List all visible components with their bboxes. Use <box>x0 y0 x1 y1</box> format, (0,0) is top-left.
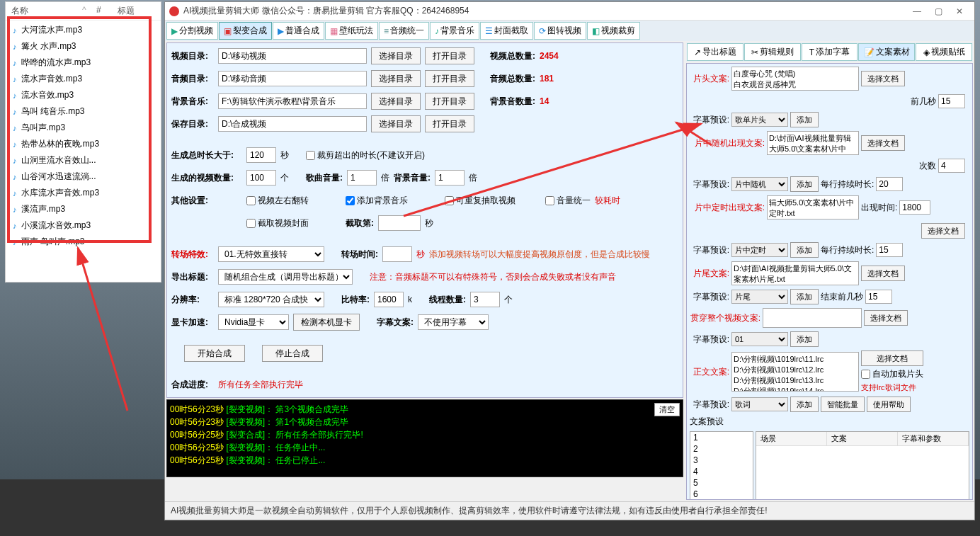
sp6-add-button[interactable]: 添加 <box>790 397 819 412</box>
sp5-add-button[interactable]: 添加 <box>790 331 819 347</box>
tab-7[interactable]: ⟳图转视频 <box>534 22 586 40</box>
list-item[interactable]: ♪大河流水声.mp3 <box>8 22 158 38</box>
sp2-select[interactable]: 片中随机 <box>731 177 788 191</box>
preset-list[interactable]: 123456 <box>690 431 753 500</box>
save-select-dir-button[interactable]: 选择目录 <box>371 115 421 132</box>
tab-1[interactable]: ▣裂变合成 <box>219 22 272 40</box>
bgm-dir-input[interactable] <box>218 93 367 109</box>
file-list[interactable]: ♪大河流水声.mp3♪篝火 水声.mp3♪哗哗的流水声.mp3♪流水声音效.mp… <box>6 21 161 251</box>
minimize-button[interactable]: — <box>906 4 928 18</box>
list-item[interactable]: ♪热带丛林的夜晚.mp3 <box>8 136 158 152</box>
list-item[interactable]: ♪山谷河水迅速流淌... <box>8 169 158 185</box>
repeat-checkbox[interactable]: 可重复抽取视频 <box>445 195 515 207</box>
video-open-dir-button[interactable]: 打开目录 <box>425 47 474 64</box>
clear-log-button[interactable]: 清空 <box>654 403 680 416</box>
tail-select-file-button[interactable]: 选择文档 <box>861 266 905 281</box>
timed-select-file-button[interactable]: 选择文档 <box>921 223 965 239</box>
end-input[interactable] <box>865 290 892 304</box>
bitrate-input[interactable] <box>374 292 404 307</box>
sp1-select[interactable]: 歌单片头 <box>731 113 788 127</box>
bgm-select-dir-button[interactable]: 选择目录 <box>371 93 421 110</box>
rtab-3[interactable]: 📝文案素材 <box>858 43 915 61</box>
list-item[interactable]: ♪鸟叫声.mp3 <box>8 120 158 136</box>
bgm-open-dir-button[interactable]: 打开目录 <box>425 93 474 110</box>
smart-batch-button[interactable]: 智能批量 <box>821 397 865 412</box>
list-item[interactable]: ♪鸟叫 纯音乐.mp3 <box>8 103 158 120</box>
maximize-button[interactable]: ▢ <box>928 4 949 18</box>
vol-uni-checkbox[interactable]: 音量统一 <box>545 195 591 207</box>
transition-time-input[interactable] <box>382 246 412 262</box>
sp3-add-button[interactable]: 添加 <box>790 242 819 258</box>
before-sec-input[interactable] <box>938 94 965 108</box>
audio-select-dir-button[interactable]: 选择目录 <box>371 70 421 87</box>
subtitle-select[interactable]: 不使用字幕 <box>418 314 489 330</box>
autoload-checkbox[interactable]: 自动加载片头 <box>861 368 923 380</box>
rand-select-file-button[interactable]: 选择文档 <box>861 135 905 151</box>
rtab-4[interactable]: ◈视频贴纸 <box>916 43 972 61</box>
sp5-select[interactable]: 01 <box>731 332 788 346</box>
perline-input[interactable] <box>876 177 903 191</box>
rtab-1[interactable]: ✂剪辑规则 <box>744 43 801 61</box>
video-dir-input[interactable] <box>218 48 367 64</box>
trim-extra-checkbox[interactable]: 裁剪超出的时长(不建议开启) <box>306 149 425 161</box>
list-item[interactable]: ♪小溪流水音效.mp3 <box>8 217 158 234</box>
stop-button[interactable]: 停止合成 <box>262 345 323 362</box>
tab-3[interactable]: ▦壁纸玩法 <box>325 22 378 40</box>
save-open-dir-button[interactable]: 打开目录 <box>425 115 474 132</box>
hflip-checkbox[interactable]: 视频左右翻转 <box>246 195 309 207</box>
tab-6[interactable]: ☰封面截取 <box>480 22 533 40</box>
preset-table[interactable]: 场景 文案 字幕和参数 <box>756 431 969 500</box>
export-title-select[interactable]: 随机组合生成（调用导出标题） <box>218 269 353 285</box>
col-name[interactable]: 名称 <box>11 5 82 17</box>
rand-count-input[interactable] <box>938 159 965 173</box>
main-textarea[interactable]: D:\分割视频\1019lrc\11.lrc D:\分割视频\1019lrc\1… <box>731 352 859 392</box>
transition-select[interactable]: 01.无特效直接转 <box>218 246 324 262</box>
list-item[interactable]: ♪流水音效.mp3 <box>8 87 158 103</box>
perline2-input[interactable] <box>876 243 903 257</box>
whole-textarea[interactable] <box>763 308 862 328</box>
video-select-dir-button[interactable]: 选择目录 <box>371 47 421 64</box>
tab-8[interactable]: ◧视频裁剪 <box>587 22 640 40</box>
duration-input[interactable] <box>246 147 276 163</box>
tab-0[interactable]: ▶分割视频 <box>166 22 218 40</box>
log-area[interactable]: 清空 00时56分23秒 [裂变视频]： 第3个视频合成完毕00时56分23秒 … <box>166 399 683 477</box>
start-button[interactable]: 开始合成 <box>184 345 245 362</box>
save-dir-input[interactable] <box>218 116 367 132</box>
rtab-2[interactable]: T添加字幕 <box>802 43 858 61</box>
tab-4[interactable]: ≡音频统一 <box>379 22 429 40</box>
head-select-file-button[interactable]: 选择文档 <box>861 71 905 86</box>
list-item[interactable]: ♪水库流水声音效.mp3 <box>8 185 158 201</box>
song-vol-input[interactable] <box>347 170 377 186</box>
sp4-add-button[interactable]: 添加 <box>790 289 819 304</box>
head-textarea[interactable]: 白度母心咒 (梵唱) 白衣观音灵感神咒 <box>731 67 859 91</box>
list-item[interactable]: ♪溪流声.mp3 <box>8 201 158 217</box>
col-num[interactable]: # <box>96 5 118 17</box>
resolution-select[interactable]: 标准 1280*720 合成快 <box>218 292 324 307</box>
detect-gpu-button[interactable]: 检测本机显卡 <box>293 314 360 331</box>
sp4-select[interactable]: 片尾 <box>731 290 788 304</box>
sp1-add-button[interactable]: 添加 <box>790 112 819 127</box>
cover-checkbox[interactable]: 截取视频封面 <box>246 217 309 229</box>
tab-5[interactable]: ♪背景音乐 <box>430 22 479 40</box>
list-item[interactable]: ♪流水声音效.mp3 <box>8 71 158 87</box>
col-title[interactable]: 标题 <box>118 5 135 17</box>
main-select-file-button[interactable]: 选择文档 <box>861 350 923 366</box>
appear-input[interactable] <box>899 200 930 215</box>
list-item[interactable]: ♪篝火 水声.mp3 <box>8 38 158 55</box>
list-item[interactable]: ♪山洞里流水音效山... <box>8 152 158 169</box>
timed-textarea[interactable]: 辑大师5.0\文案素材\片中定时.txt <box>767 195 859 219</box>
tab-2[interactable]: ▶普通合成 <box>273 22 324 40</box>
list-item[interactable]: ♪雨声 鸟叫声.mp3 <box>8 234 158 250</box>
cover-sec-input[interactable] <box>378 215 421 231</box>
bg-vol-input[interactable] <box>435 170 465 186</box>
audio-dir-input[interactable] <box>218 71 367 86</box>
rtab-0[interactable]: ↗导出标题 <box>687 43 743 61</box>
sp2-add-button[interactable]: 添加 <box>790 176 819 192</box>
help-button[interactable]: 使用帮助 <box>867 397 911 412</box>
close-button[interactable]: ✕ <box>949 4 970 18</box>
tail-textarea[interactable]: D:\封面\AI视频批量剪辑大师5.0\文案素材\片尾.txt <box>731 261 859 285</box>
threads-input[interactable] <box>470 292 500 307</box>
audio-open-dir-button[interactable]: 打开目录 <box>425 70 474 87</box>
sp6-select[interactable]: 歌词 <box>731 397 788 411</box>
rand-textarea[interactable]: D:\封面\AI视频批量剪辑大师5.0\文案素材\片中 <box>767 131 859 155</box>
